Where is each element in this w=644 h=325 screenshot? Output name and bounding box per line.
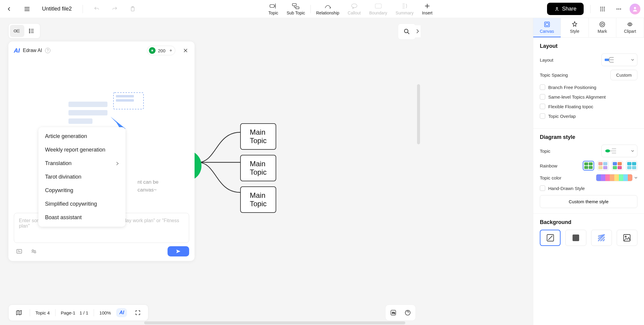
divider xyxy=(590,5,591,13)
function-icon[interactable]: Fn xyxy=(388,307,399,318)
svg-point-13 xyxy=(604,8,605,9)
boundary-tool[interactable]: Boundary xyxy=(365,2,392,17)
add-credits-icon[interactable]: + xyxy=(168,48,174,54)
branch-free-check[interactable]: Branch Free Positioning xyxy=(540,84,637,90)
topic-overlap-check[interactable]: Topic Overlap xyxy=(540,113,637,119)
svg-rect-43 xyxy=(605,59,609,61)
tab-mark[interactable]: Mark xyxy=(589,18,616,37)
rainbow-swatch-4[interactable] xyxy=(626,161,637,170)
chevron-down-icon xyxy=(631,58,634,61)
search-button[interactable] xyxy=(398,23,416,40)
rainbow-swatch-3[interactable] xyxy=(612,161,623,170)
topic-color-palette[interactable] xyxy=(596,174,633,181)
share-button[interactable]: Share xyxy=(547,3,584,15)
menu-boast-assistant[interactable]: Boast assistant xyxy=(38,211,125,224)
chevron-down-icon[interactable] xyxy=(634,176,637,179)
bg-solid[interactable] xyxy=(565,230,586,246)
hand-drawn-check[interactable]: Hand-Drawn Style xyxy=(540,185,637,191)
credits-chip[interactable]: 200 + xyxy=(147,46,175,55)
horizontal-scrollbar[interactable] xyxy=(144,321,405,324)
divider xyxy=(55,309,56,316)
boundary-label: Boundary xyxy=(369,11,387,15)
menu-label: Simplified copywriting xyxy=(45,201,97,207)
map-icon[interactable] xyxy=(14,307,24,318)
credits-count: 200 xyxy=(158,48,165,53)
topic-tool[interactable]: Topic xyxy=(264,2,283,17)
flexible-float-check[interactable]: Flexible Floating topoc xyxy=(540,104,637,109)
callout-tool[interactable]: Callout xyxy=(343,2,365,17)
custom-spacing-button[interactable]: Custom xyxy=(610,70,637,80)
vertical-scrollbar[interactable] xyxy=(417,84,420,144)
filename[interactable]: Untitled file2 xyxy=(40,6,74,12)
paste-button[interactable] xyxy=(127,4,138,14)
undo-button[interactable] xyxy=(91,4,102,14)
bg-stripes[interactable] xyxy=(591,230,612,246)
svg-text:Fn: Fn xyxy=(392,311,395,314)
layout-select[interactable] xyxy=(601,54,637,66)
outline-view[interactable] xyxy=(24,25,39,37)
main-topic-2[interactable]: Main Topic xyxy=(240,155,276,181)
svg-point-12 xyxy=(602,8,603,9)
svg-point-20 xyxy=(634,7,636,9)
rainbow-swatch-2[interactable] xyxy=(597,161,609,170)
page-indicator[interactable]: Page-1 1 / 1 xyxy=(61,310,89,315)
svg-point-16 xyxy=(604,10,605,11)
help-icon[interactable] xyxy=(402,307,413,318)
help-icon[interactable]: ? xyxy=(45,48,50,53)
ai-badge[interactable]: AI xyxy=(116,308,127,317)
user-avatar[interactable] xyxy=(630,4,640,14)
menu-label: Translation xyxy=(45,160,71,167)
rainbow-swatch-1[interactable] xyxy=(583,161,594,170)
canvas-area[interactable]: ain Idea Main Topic Main Topic Main Topi… xyxy=(0,18,533,325)
ai-settings-icon[interactable] xyxy=(28,246,39,257)
svg-point-18 xyxy=(618,8,619,9)
bg-image[interactable] xyxy=(617,230,637,246)
menu-article-generation[interactable]: Article generation xyxy=(38,130,125,143)
subtopic-tool[interactable]: Sub Topic xyxy=(283,2,309,17)
menu-label: Article generation xyxy=(45,133,87,140)
menu-translation[interactable]: Translation xyxy=(38,157,125,170)
svg-point-41 xyxy=(601,23,603,25)
svg-rect-39 xyxy=(546,23,548,26)
insert-tool[interactable]: Insert xyxy=(418,2,437,17)
main-topic-1[interactable]: Main Topic xyxy=(240,123,276,150)
layout-label: Layout xyxy=(540,57,553,63)
redo-button[interactable] xyxy=(109,4,120,14)
fullscreen-icon[interactable] xyxy=(132,307,143,318)
menu-simplified-copywriting[interactable]: Simplified copywriting xyxy=(38,197,125,211)
ai-history-icon[interactable] xyxy=(14,246,25,257)
more-button[interactable] xyxy=(613,4,624,14)
mindmap-view[interactable] xyxy=(10,25,24,37)
relationship-tool[interactable]: Relationship xyxy=(312,2,343,17)
collapse-panel-button[interactable] xyxy=(415,25,421,37)
zoom-level[interactable]: 100% xyxy=(99,310,111,315)
main-topic-3[interactable]: Main Topic xyxy=(240,186,276,213)
checkbox-icon xyxy=(540,94,545,100)
menu-tarot[interactable]: Tarot divination xyxy=(38,170,125,184)
svg-point-42 xyxy=(629,23,631,25)
check-label: Topic Overlap xyxy=(548,114,576,119)
send-button[interactable] xyxy=(168,246,189,256)
tab-canvas[interactable]: Canvas xyxy=(533,18,561,37)
menu-weekly-report[interactable]: Weekly report generation xyxy=(38,143,125,157)
summary-tool[interactable]: Summary xyxy=(392,2,418,17)
topic-style-label: Topic xyxy=(540,149,550,154)
bg-none[interactable] xyxy=(540,230,561,246)
tab-clipart[interactable]: Clipart xyxy=(616,18,644,37)
svg-point-22 xyxy=(29,29,30,30)
svg-point-33 xyxy=(34,251,36,253)
menu-button[interactable] xyxy=(22,4,32,14)
svg-rect-6 xyxy=(375,4,381,8)
spacing-label: Topic Spacing xyxy=(540,72,568,78)
svg-point-9 xyxy=(602,7,603,8)
menu-copywriting[interactable]: Copywriting xyxy=(38,184,125,197)
tab-style[interactable]: Style xyxy=(561,18,588,37)
apps-button[interactable] xyxy=(597,4,608,14)
same-level-check[interactable]: Same-level Topics Alignment xyxy=(540,94,637,100)
back-button[interactable] xyxy=(4,4,14,14)
topic-style-select[interactable] xyxy=(601,145,637,157)
menu-label: Weekly report generation xyxy=(45,147,105,153)
custom-theme-button[interactable]: Custom theme style xyxy=(540,195,637,208)
close-icon[interactable] xyxy=(182,47,189,54)
svg-point-44 xyxy=(605,149,610,152)
